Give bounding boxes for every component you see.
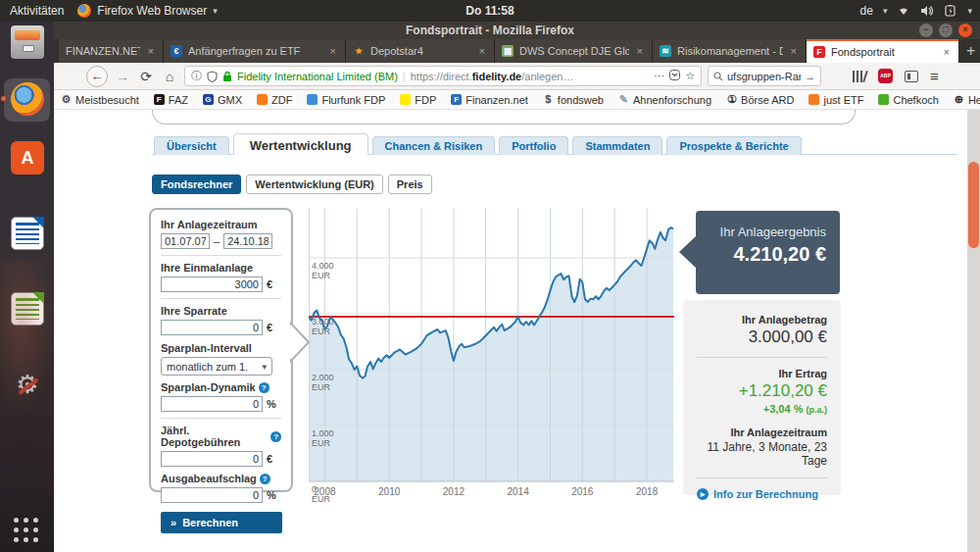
bookmark-item[interactable]: $fondsweb	[543, 94, 604, 106]
page-tab-wertentwicklung[interactable]: Wertentwicklung	[233, 133, 368, 155]
info-zur-berechnung-link[interactable]: ▶ Info zur Berechnung	[697, 488, 827, 500]
bookmark-item[interactable]: ⚙Meistbesucht	[61, 94, 139, 106]
sparplan-intervall-label: Sparplan-Intervall	[161, 342, 281, 354]
browser-tab[interactable]: ★Depotstar4×	[346, 39, 495, 63]
page-tab-übersicht[interactable]: Übersicht	[154, 136, 229, 155]
dock-item-system-tools[interactable]: ⚙	[11, 368, 44, 401]
sparplan-intervall-select[interactable]: monatlich zum 1. ▾	[161, 357, 272, 376]
browser-tab[interactable]: ≋Risikomanagement - D×	[653, 39, 807, 63]
sparplan-dynamik-unit: %	[267, 398, 276, 410]
berechnen-button[interactable]: » Berechnen	[161, 512, 282, 533]
bookmark-label: Flurfunk FDP	[321, 94, 385, 106]
performance-chart[interactable]: 0EUR1.000EUR2.000EUR3.000EUR4.000EUR2008…	[309, 208, 674, 504]
tab-close-icon[interactable]: ×	[942, 46, 952, 58]
doc-corner	[32, 217, 44, 228]
sparrate-input[interactable]	[161, 320, 263, 335]
minimize-button[interactable]: −	[919, 24, 933, 37]
secure-lock-icon[interactable]	[222, 71, 232, 82]
ausgabeaufschlag-input[interactable]	[161, 487, 263, 503]
tab-close-icon[interactable]: ×	[146, 45, 156, 57]
forward-button[interactable]: →	[114, 69, 131, 84]
show-applications-button[interactable]	[14, 518, 40, 544]
pocket-icon[interactable]	[669, 70, 680, 82]
scrollbar-thumb[interactable]	[968, 162, 979, 248]
tab-close-icon[interactable]: ×	[789, 45, 799, 57]
library-icon[interactable]	[853, 71, 866, 82]
tab-close-icon[interactable]: ×	[635, 45, 645, 57]
bookmark-item[interactable]: FDP	[400, 94, 436, 106]
bookmark-item[interactable]: GGMX	[203, 94, 242, 106]
view-button-wertentwicklung-eur-[interactable]: Wertentwicklung (EUR)	[246, 175, 382, 194]
calculator-form: Ihr Anlagezeitraum – Ihre Einmalanlage €…	[149, 208, 293, 492]
url-text[interactable]: https://direct.fidelity.de/anlegen…	[411, 71, 649, 82]
tracking-shield-icon[interactable]	[207, 71, 218, 82]
view-button-preis[interactable]: Preis	[388, 175, 432, 194]
bookmark-item[interactable]: Chefkoch	[878, 94, 938, 106]
help-icon[interactable]: ?	[270, 431, 281, 442]
urlbar[interactable]: ⓘ Fidelity International Limited (BM) | …	[184, 66, 702, 86]
keyboard-indicator[interactable]: de	[860, 4, 873, 18]
dock-item-files[interactable]	[11, 25, 44, 59]
window-title-bar[interactable]: Fondsportrait - Mozilla Firefox − □ ×	[0, 22, 980, 39]
bookmark-item[interactable]: Flurfunk FDP	[307, 94, 385, 106]
close-button[interactable]: ×	[958, 24, 972, 37]
back-button[interactable]: ←	[86, 66, 108, 87]
bookmark-item[interactable]: FFAZ	[154, 94, 188, 106]
sidebar-icon[interactable]	[905, 71, 918, 82]
chevron-down-icon[interactable]: ▾	[967, 6, 972, 16]
browser-tab[interactable]: ▦DWS Concept DJE Glob×	[495, 39, 653, 63]
help-icon[interactable]: ?	[260, 474, 270, 484]
dock-item-ubuntu-software[interactable]: A	[11, 141, 44, 175]
page-tab-prospekte-berichte[interactable]: Prospekte & Berichte	[666, 136, 801, 155]
bookmark-item[interactable]: ✎Ahnenforschung	[618, 94, 711, 106]
einmalanlage-input[interactable]	[161, 276, 263, 292]
tab-close-icon[interactable]: ×	[477, 45, 487, 57]
help-icon[interactable]: ?	[259, 382, 270, 393]
search-input[interactable]: ufsgruppen-Ranking →	[708, 66, 821, 86]
zeitraum-bis-input[interactable]	[223, 233, 272, 249]
page-actions-icon[interactable]: ⋯	[654, 70, 664, 82]
bookmark-item[interactable]: just ETF	[808, 94, 863, 106]
maximize-button[interactable]: □	[939, 24, 953, 37]
ertrag-percent: +3,04 % (p.a.)	[697, 403, 827, 415]
dock-item-libreoffice-calc[interactable]	[11, 292, 44, 326]
tab-title: FINANZEN.NET: Börse	[66, 45, 140, 57]
volume-icon[interactable]	[920, 5, 934, 17]
sparplan-dynamik-input[interactable]	[161, 396, 263, 412]
form-pointer-notch	[289, 321, 313, 364]
menu-icon[interactable]: ≡	[930, 68, 939, 84]
page-tab-portfolio[interactable]: Portfolio	[499, 136, 568, 155]
page-info-icon[interactable]: ⓘ	[191, 69, 202, 83]
site-identity-label[interactable]: Fidelity International Limited (BM)	[237, 71, 398, 82]
new-tab-button[interactable]: +	[958, 39, 980, 63]
home-button[interactable]: ⌂	[161, 69, 178, 84]
anlagezeitraum-label: Ihr Anlagezeitraum	[161, 219, 281, 230]
depotgebuehren-input[interactable]	[161, 451, 263, 467]
bookmark-item[interactable]: ⊕Heraldik	[954, 94, 980, 106]
ausgabeaufschlag-label: Ausgabeaufschlag ?	[161, 473, 281, 484]
bookmark-item[interactable]: FFinanzen.net	[451, 94, 528, 106]
page-tab-stammdaten[interactable]: Stammdaten	[572, 136, 662, 155]
bookmark-label: Finanzen.net	[466, 94, 528, 106]
bookmark-label: FAZ	[169, 94, 188, 106]
bookmark-label: GMX	[218, 94, 242, 106]
browser-tab[interactable]: FFondsportrait×	[807, 39, 958, 63]
adblock-icon[interactable]: ABP	[878, 69, 893, 83]
clock-label[interactable]: Do 11:58	[0, 4, 980, 18]
bookmark-item[interactable]: ①Börse ARD	[726, 94, 794, 106]
browser-tab[interactable]: FINANZEN.NET: Börse×	[59, 39, 164, 63]
page-tab-chancen-risiken[interactable]: Chancen & Risiken	[372, 136, 496, 155]
reload-button[interactable]: ⟳	[137, 69, 155, 84]
tab-close-icon[interactable]: ×	[328, 45, 338, 57]
bookmark-item[interactable]: ZDF	[257, 94, 292, 106]
network-icon[interactable]	[897, 5, 910, 17]
result-box: Ihr Anlageergebnis 4.210,20 €	[696, 211, 840, 294]
dock-item-firefox[interactable]	[11, 82, 44, 116]
search-go-icon[interactable]: →	[805, 71, 815, 82]
battery-icon[interactable]	[944, 5, 957, 17]
browser-tab[interactable]: €Anfängerfragen zu ETF×	[164, 39, 346, 63]
dock-item-libreoffice-writer[interactable]	[11, 217, 44, 250]
bookmark-star-icon[interactable]: ☆	[685, 70, 695, 82]
view-button-fondsrechner[interactable]: Fondsrechner	[152, 175, 241, 194]
zeitraum-von-input[interactable]	[161, 233, 210, 249]
